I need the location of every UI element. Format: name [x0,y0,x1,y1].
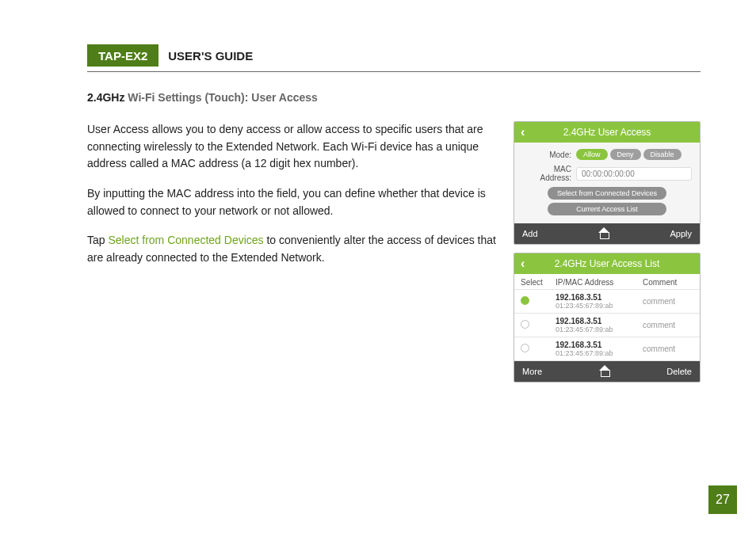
screenshot-user-access-list: ‹ 2.4GHz User Access List Select IP/MAC … [514,253,701,383]
select-radio[interactable] [521,344,529,352]
section-title-rest: Wi-Fi Settings (Touch): User Access [124,91,317,104]
mode-label: Mode: [522,150,576,159]
list-item[interactable]: 192.168.3.51 01:23:45:67:89:ab comment [514,314,700,337]
row-mac: 01:23:45:67:89:ab [556,326,643,333]
back-icon[interactable]: ‹ [521,253,525,274]
row-ip: 192.168.3.51 [556,317,643,326]
current-access-list-button[interactable]: Current Access List [548,203,666,215]
row-comment: comment [643,321,693,329]
list-item[interactable]: 192.168.3.51 01:23:45:67:89:ab comment [514,290,700,314]
page-number: 27 [708,485,737,514]
screen1-title: 2.4GHz User Access [563,127,651,138]
row-mac: 01:23:45:67:89:ab [556,349,643,357]
row-comment: comment [643,297,693,306]
mode-deny-button[interactable]: Deny [610,149,641,160]
screen1-titlebar: ‹ 2.4GHz User Access [514,122,700,143]
row-comment: comment [643,345,693,353]
section-title-lead: 2.4GHz [87,91,124,104]
mode-allow-button[interactable]: Allow [576,149,608,160]
paragraph-3: Tap Select from Connected Devices to con… [87,232,498,266]
footer-add-button[interactable]: Add [522,229,538,238]
list-header: Select IP/MAC Address Comment [514,274,700,290]
col-comment: Comment [643,278,693,287]
home-icon[interactable] [598,229,609,238]
row-ip: 192.168.3.51 [556,293,643,302]
mac-address-input[interactable]: 00:00:00:00:00 [576,167,692,181]
screen2-title: 2.4GHz User Access List [555,258,660,269]
footer-apply-button[interactable]: Apply [670,229,692,238]
back-icon[interactable]: ‹ [521,122,525,143]
row-mac: 01:23:45:67:89:ab [556,302,643,310]
page-header: TAP-EX2 USER'S GUIDE [87,44,701,67]
home-icon[interactable] [599,367,610,376]
paragraph-2: By inputting the MAC address into the fi… [87,185,498,219]
mac-label: MAC Address: [522,165,576,182]
body-text: User Access allows you to deny access or… [87,121,498,383]
list-item[interactable]: 192.168.3.51 01:23:45:67:89:ab comment [514,337,700,361]
select-radio[interactable] [521,296,529,305]
header-rule [87,71,701,72]
select-radio[interactable] [521,320,529,329]
header-title: USER'S GUIDE [158,44,262,67]
select-devices-link-text: Select from Connected Devices [108,234,263,246]
paragraph-1: User Access allows you to deny access or… [87,121,498,173]
section-title: 2.4GHz Wi-Fi Settings (Touch): User Acce… [87,91,701,104]
screenshot-user-access: ‹ 2.4GHz User Access Mode: Allow Deny Di… [514,121,701,245]
col-ipmac: IP/MAC Address [556,278,643,287]
header-badge: TAP-EX2 [87,44,158,67]
screen2-titlebar: ‹ 2.4GHz User Access List [514,253,700,274]
footer-delete-button[interactable]: Delete [666,367,692,376]
mode-disable-button[interactable]: Disable [643,149,682,160]
col-select: Select [521,278,556,287]
row-ip: 192.168.3.51 [556,341,643,349]
footer-more-button[interactable]: More [522,367,542,376]
select-connected-devices-button[interactable]: Select from Connected Devices [548,187,666,200]
